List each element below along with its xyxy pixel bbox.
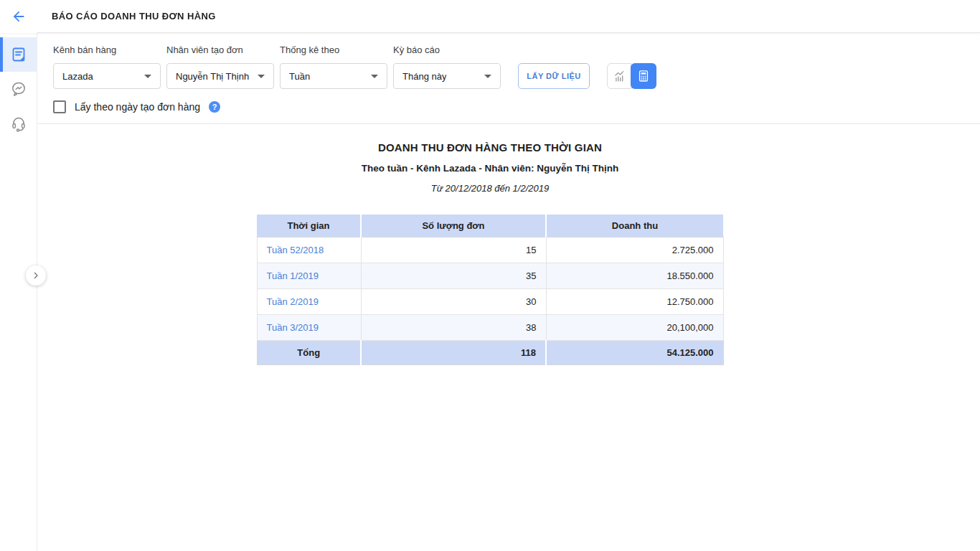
- report-note-icon: [10, 46, 27, 63]
- table-row: Tuần 52/2018 15 2.725.000: [257, 237, 723, 263]
- filter-staff: Nhân viên tạo đơn Nguyễn Thị Thịnh: [166, 44, 274, 89]
- caret-down-icon: [144, 75, 151, 78]
- filter-period-label: Kỳ báo cáo: [393, 44, 501, 55]
- orders-cell: 15: [361, 237, 546, 263]
- report-title: DOANH THU ĐƠN HÀNG THEO THỜI GIAN: [37, 141, 943, 154]
- caret-down-icon: [484, 75, 491, 78]
- filter-groupby: Thống kê theo Tuần: [280, 44, 387, 89]
- col-header-orders: Số lượng đơn: [361, 215, 546, 237]
- period-dropdown-value: Tháng này: [402, 71, 446, 82]
- caret-down-icon: [371, 75, 378, 78]
- report-date-range: Từ 20/12/2018 đến 1/2/2019: [37, 183, 943, 194]
- arrow-left-icon: [11, 9, 27, 24]
- table-total-row: Tổng 118 54.125.000: [257, 340, 723, 364]
- total-label: Tổng: [257, 340, 361, 364]
- sidebar-item-support[interactable]: [0, 106, 37, 141]
- total-orders: 118: [361, 340, 546, 364]
- sidebar: [0, 33, 37, 551]
- report-subtitle: Theo tuần - Kênh Lazada - Nhân viên: Ngu…: [37, 163, 943, 174]
- revenue-cell: 2.725.000: [546, 237, 723, 263]
- table-view-button[interactable]: [631, 63, 656, 89]
- revenue-cell: 12.750.000: [546, 288, 723, 314]
- staff-dropdown[interactable]: Nguyễn Thị Thịnh: [166, 63, 274, 89]
- filter-groupby-label: Thống kê theo: [280, 44, 387, 55]
- week-link[interactable]: Tuần 1/2019: [267, 270, 319, 281]
- channel-dropdown[interactable]: Lazada: [53, 63, 161, 89]
- orders-cell: 38: [361, 314, 546, 340]
- report-section: DOANH THU ĐƠN HÀNG THEO THỜI GIAN Theo t…: [37, 124, 980, 365]
- revenue-cell: 20,100,000: [546, 314, 723, 340]
- creation-date-checkbox[interactable]: [53, 100, 66, 113]
- creation-date-checkbox-label[interactable]: Lấy theo ngày tạo đơn hàng: [75, 101, 200, 113]
- caret-down-icon: [258, 75, 265, 78]
- orders-cell: 30: [361, 288, 546, 314]
- col-header-period: Thời gian: [257, 215, 361, 237]
- orders-cell: 35: [361, 263, 546, 288]
- sidebar-item-chat[interactable]: [0, 72, 37, 106]
- col-header-revenue: Doanh thu: [546, 215, 723, 237]
- back-button[interactable]: [0, 0, 37, 33]
- week-link[interactable]: Tuần 52/2018: [267, 245, 324, 255]
- table-row: Tuần 3/2019 38 20,100,000: [257, 314, 723, 340]
- week-link[interactable]: Tuần 3/2019: [267, 322, 319, 333]
- view-toggle: [607, 63, 656, 89]
- chevron-right-icon: [30, 270, 42, 281]
- calculator-grid-icon: [636, 69, 651, 83]
- table-row: Tuần 1/2019 35 18.550.000: [257, 263, 723, 288]
- filter-channel: Kênh bán hàng Lazada: [53, 44, 161, 89]
- table-header-row: Thời gian Số lượng đơn Doanh thu: [257, 215, 723, 237]
- staff-dropdown-value: Nguyễn Thị Thịnh: [176, 71, 249, 82]
- filter-staff-label: Nhân viên tạo đơn: [166, 44, 274, 55]
- chart-view-button[interactable]: [607, 63, 631, 89]
- filter-period: Kỳ báo cáo Tháng này: [393, 44, 501, 89]
- fetch-data-button[interactable]: LẤY DỮ LIỆU: [518, 63, 590, 89]
- filters-row: Kênh bán hàng Lazada Nhân viên tạo đơn N…: [37, 33, 980, 89]
- period-dropdown[interactable]: Tháng này: [393, 63, 501, 89]
- line-bar-chart-icon: [611, 68, 627, 84]
- groupby-dropdown[interactable]: Tuần: [280, 63, 387, 89]
- topbar: BÁO CÁO DOANH THU ĐƠN HÀNG: [0, 0, 980, 33]
- main-content: Kênh bán hàng Lazada Nhân viên tạo đơn N…: [37, 0, 980, 365]
- table-row: Tuần 2/2019 30 12.750.000: [257, 288, 723, 314]
- revenue-cell: 18.550.000: [546, 263, 723, 288]
- channel-dropdown-value: Lazada: [62, 71, 93, 82]
- filter-channel-label: Kênh bán hàng: [53, 44, 161, 55]
- creation-date-option-row: Lấy theo ngày tạo đơn hàng ?: [53, 100, 964, 113]
- revenue-table: Thời gian Số lượng đơn Doanh thu Tuần 52…: [257, 215, 724, 365]
- sidebar-expand-button[interactable]: [26, 265, 46, 286]
- week-link[interactable]: Tuần 2/2019: [267, 296, 319, 307]
- groupby-dropdown-value: Tuần: [289, 71, 310, 82]
- chat-bubble-icon: [10, 80, 27, 98]
- page-title: BÁO CÁO DOANH THU ĐƠN HÀNG: [37, 11, 216, 22]
- sidebar-item-reports[interactable]: [0, 37, 37, 72]
- question-mark-circle-icon[interactable]: ?: [209, 101, 220, 113]
- total-revenue: 54.125.000: [546, 340, 723, 364]
- headset-icon: [10, 115, 27, 132]
